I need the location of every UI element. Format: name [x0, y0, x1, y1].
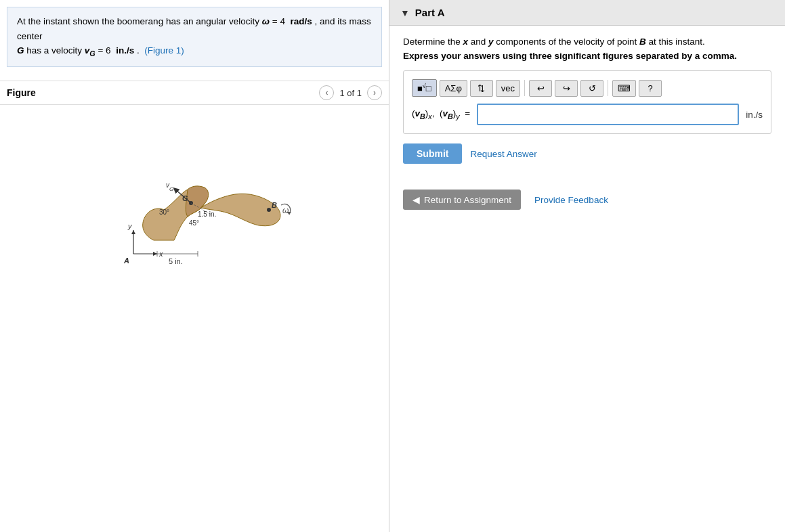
boomerang-figure: G B ω vG 30° [79, 118, 310, 281]
vector-button[interactable]: vec [496, 80, 520, 97]
figure-nav: ‹ 1 of 1 › [319, 85, 382, 100]
svg-text:45°: 45° [189, 219, 199, 227]
svg-text:ω: ω [282, 206, 289, 215]
question-instruction: Express your answers using three signifi… [403, 51, 771, 61]
redo-button[interactable]: ↪ [555, 80, 578, 97]
svg-text:1.5 in.: 1.5 in. [198, 210, 216, 218]
greek-icon: ΑΣφ [445, 83, 462, 93]
svg-marker-17 [153, 252, 157, 256]
toolbar-separator-2 [608, 80, 608, 96]
svg-text:y: y [127, 222, 133, 230]
problem-text-box: At the instant shown the boomerang has a… [7, 7, 382, 67]
svg-text:A: A [123, 257, 129, 265]
figure-title: Figure [7, 87, 36, 98]
svg-text:5 in.: 5 in. [169, 257, 183, 265]
svg-text:vG: vG [166, 181, 173, 192]
part-header: ▼ Part A [389, 0, 785, 26]
reset-icon: ↺ [589, 83, 596, 93]
part-body: Determine the x and y components of the … [389, 26, 785, 175]
question-text: Determine the x and y components of the … [403, 37, 771, 47]
svg-text:B: B [272, 201, 277, 209]
figure-1-link[interactable]: (Figure 1) [144, 45, 184, 56]
reset-button[interactable]: ↺ [580, 80, 603, 97]
figure-svg-container: G B ω vG 30° [0, 105, 389, 294]
part-collapse-icon[interactable]: ▼ [400, 7, 410, 18]
svg-point-2 [267, 208, 271, 212]
figure-page-indicator: 1 of 1 [339, 88, 362, 98]
math-template-icon: ■√□ [417, 83, 431, 93]
return-label: Return to Assignment [424, 195, 511, 205]
svg-text:x: x [158, 250, 163, 258]
svg-marker-20 [131, 230, 135, 234]
math-template-button[interactable]: ■√□ [412, 79, 437, 97]
input-label: (vB)x, (vB)y = [412, 108, 470, 120]
toolbar: ■√□ ΑΣφ ⇅ vec ↩ ↪ ↺ [412, 79, 763, 97]
figure-next-button[interactable]: › [367, 85, 382, 100]
relation-icon: ⇅ [478, 83, 485, 93]
figure-header: Figure ‹ 1 of 1 › [0, 81, 389, 105]
right-panel: ▼ Part A Determine the x and y component… [389, 0, 785, 532]
help-button[interactable]: ? [639, 80, 662, 97]
undo-button[interactable]: ↩ [529, 80, 552, 97]
figure-prev-button[interactable]: ‹ [319, 85, 334, 100]
answer-input[interactable] [477, 104, 739, 125]
vector-icon: vec [501, 83, 515, 93]
input-row: (vB)x, (vB)y = in./s [412, 104, 763, 125]
toolbar-separator-1 [524, 80, 525, 96]
part-title: Part A [415, 7, 445, 18]
request-answer-link[interactable]: Request Answer [470, 149, 536, 159]
undo-icon: ↩ [537, 83, 545, 93]
svg-text:30°: 30° [159, 208, 169, 216]
problem-text-line1: At the instant shown the boomerang has a… [17, 16, 371, 41]
return-arrow-icon: ◀ [412, 194, 420, 205]
figure-section: Figure ‹ 1 of 1 › [0, 81, 389, 532]
answer-box: ■√□ ΑΣφ ⇅ vec ↩ ↪ ↺ [403, 70, 771, 134]
left-panel: At the instant shown the boomerang has a… [0, 0, 389, 532]
unit-label: in./s [746, 110, 763, 120]
submit-button[interactable]: Submit [403, 143, 462, 164]
greek-symbols-button[interactable]: ΑΣφ [440, 80, 467, 97]
help-icon: ? [648, 83, 652, 93]
return-button[interactable]: ◀ Return to Assignment [403, 190, 521, 210]
provide-feedback-link[interactable]: Provide Feedback [534, 195, 608, 205]
redo-icon: ↪ [563, 83, 570, 93]
problem-text-line2: G has a velocity vG = 6 in./s . (Figure … [17, 45, 184, 56]
action-row: Submit Request Answer [403, 143, 771, 164]
keyboard-icon: ⌨ [618, 83, 631, 93]
figure-content: G B ω vG 30° [0, 105, 389, 532]
relation-button[interactable]: ⇅ [470, 80, 493, 97]
bottom-bar: ◀ Return to Assignment Provide Feedback [389, 179, 785, 221]
keyboard-button[interactable]: ⌨ [612, 80, 636, 97]
